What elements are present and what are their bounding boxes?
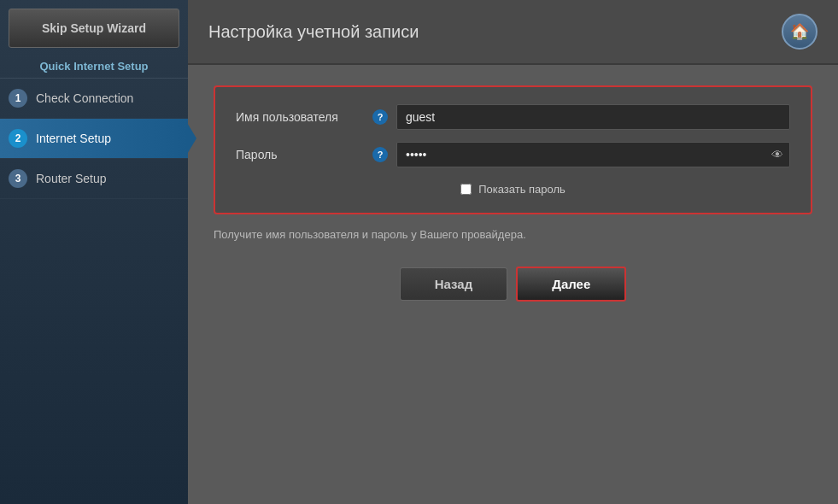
home-button[interactable]: 🏠 bbox=[782, 14, 817, 50]
sidebar-item-check-connection[interactable]: 1 Check Connection bbox=[0, 79, 188, 119]
hint-text: Получите имя пользователя и пароль у Ваш… bbox=[214, 228, 812, 241]
quick-setup-label: Quick Internet Setup bbox=[0, 53, 188, 79]
password-input[interactable] bbox=[396, 142, 790, 167]
username-help-icon[interactable]: ? bbox=[372, 109, 388, 125]
password-wrapper: 👁 bbox=[396, 142, 790, 167]
step-number-2: 2 bbox=[9, 129, 27, 148]
sidebar-item-internet-setup[interactable]: 2 Internet Setup bbox=[0, 119, 188, 159]
sidebar-item-label-internet-setup: Internet Setup bbox=[36, 132, 111, 145]
show-password-label[interactable]: Показать пароль bbox=[478, 183, 566, 196]
username-label: Имя пользователя bbox=[236, 110, 372, 124]
main-header: Настройка учетной записи 🏠 bbox=[188, 0, 838, 65]
password-row: Пароль ? 👁 bbox=[236, 142, 790, 167]
password-label: Пароль bbox=[236, 148, 372, 161]
username-input[interactable] bbox=[396, 104, 790, 130]
sidebar-item-label-router-setup: Router Setup bbox=[36, 172, 107, 185]
sidebar-item-label-check-connection: Check Connection bbox=[36, 91, 133, 105]
step-number-1: 1 bbox=[9, 89, 27, 108]
show-password-checkbox[interactable] bbox=[460, 184, 472, 195]
show-password-toggle-icon[interactable]: 👁 bbox=[771, 148, 783, 161]
show-password-row: Показать пароль bbox=[236, 179, 790, 196]
account-form-panel: Имя пользователя ? Пароль ? 👁 Показать п… bbox=[214, 85, 812, 214]
password-help-icon[interactable]: ? bbox=[372, 147, 388, 162]
back-button[interactable]: Назад bbox=[400, 267, 507, 301]
action-buttons: Назад Далее bbox=[188, 267, 838, 302]
home-icon: 🏠 bbox=[790, 22, 809, 41]
skip-setup-wizard-button[interactable]: Skip Setup Wizard bbox=[9, 9, 179, 48]
page-title: Настройка учетной записи bbox=[208, 22, 419, 42]
sidebar: Skip Setup Wizard Quick Internet Setup 1… bbox=[0, 0, 188, 504]
sidebar-item-router-setup[interactable]: 3 Router Setup bbox=[0, 159, 188, 199]
step-number-3: 3 bbox=[9, 169, 27, 188]
main-content: Настройка учетной записи 🏠 Имя пользоват… bbox=[188, 0, 838, 504]
username-row: Имя пользователя ? bbox=[236, 104, 790, 130]
next-button[interactable]: Далее bbox=[516, 267, 626, 302]
